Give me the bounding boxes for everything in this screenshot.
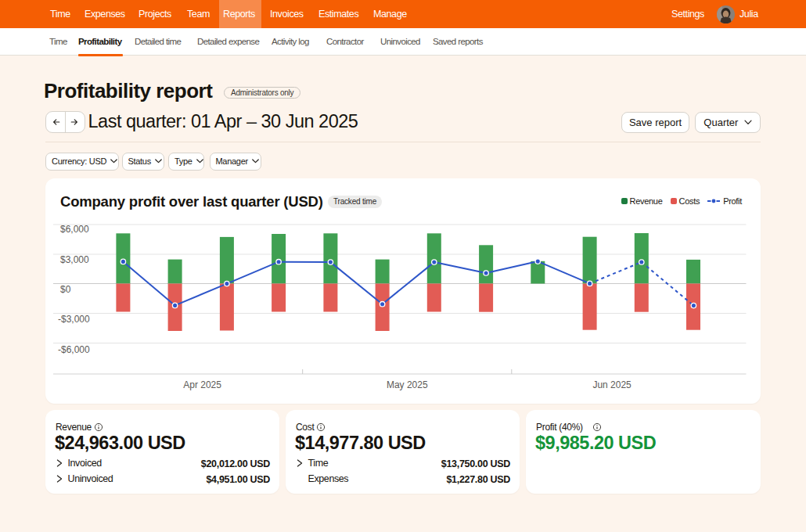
svg-text:$3,000: $3,000	[60, 254, 89, 265]
svg-text:-$6,000: -$6,000	[58, 344, 90, 355]
svg-text:May 2025: May 2025	[387, 379, 428, 390]
svg-text:$6,000: $6,000	[60, 224, 89, 235]
svg-text:-$3,000: -$3,000	[58, 314, 90, 325]
svg-text:$0: $0	[60, 284, 71, 295]
svg-text:Jun 2025: Jun 2025	[592, 379, 631, 390]
svg-text:Apr 2025: Apr 2025	[183, 379, 221, 390]
